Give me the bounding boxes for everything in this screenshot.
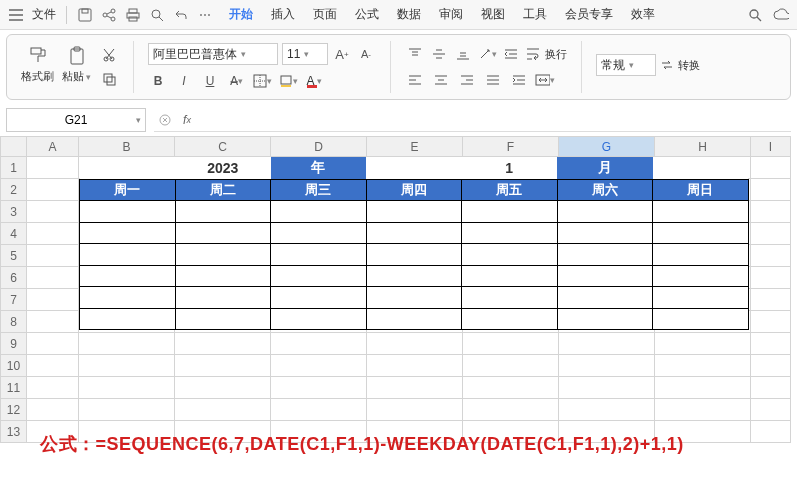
formula-input[interactable] (198, 113, 791, 127)
cell[interactable] (175, 399, 271, 421)
cell[interactable] (463, 377, 559, 399)
cell[interactable] (79, 333, 175, 355)
tab-start[interactable]: 开始 (227, 6, 255, 23)
cell[interactable] (271, 377, 367, 399)
cell[interactable] (80, 157, 176, 179)
increase-font-icon[interactable]: A+ (332, 44, 352, 64)
print-icon[interactable] (125, 7, 141, 23)
justify-icon[interactable] (483, 70, 503, 90)
cell[interactable] (751, 157, 791, 179)
name-box[interactable]: ▾ (6, 108, 146, 132)
cell[interactable] (27, 267, 79, 289)
tab-formula[interactable]: 公式 (353, 6, 381, 23)
cell[interactable] (751, 399, 791, 421)
font-name-combo[interactable]: 阿里巴巴普惠体▾ (148, 43, 278, 65)
bold-button[interactable]: B (148, 71, 168, 91)
col-header[interactable]: E (367, 137, 463, 157)
weekday-header[interactable]: 周三 (271, 179, 367, 201)
border-button[interactable]: ▾ (252, 71, 272, 91)
tab-efficiency[interactable]: 效率 (629, 6, 657, 23)
share-icon[interactable] (101, 7, 117, 23)
cell[interactable] (751, 355, 791, 377)
cell[interactable] (367, 377, 463, 399)
cell[interactable] (463, 355, 559, 377)
cell[interactable] (463, 399, 559, 421)
cell-year[interactable]: 2023 (175, 157, 271, 179)
cell[interactable] (751, 311, 791, 333)
row-header[interactable]: 5 (1, 245, 27, 267)
cell-month-label[interactable]: 月 (557, 157, 653, 179)
cancel-formula-icon[interactable] (154, 109, 176, 131)
align-center-icon[interactable] (431, 70, 451, 90)
cell[interactable] (751, 333, 791, 355)
cell[interactable] (559, 333, 655, 355)
file-menu[interactable]: 文件 (32, 6, 56, 23)
cell[interactable] (751, 289, 791, 311)
cell[interactable] (463, 333, 559, 355)
tab-review[interactable]: 审阅 (437, 6, 465, 23)
col-header[interactable]: D (271, 137, 367, 157)
cut-icon[interactable] (99, 45, 119, 65)
tab-insert[interactable]: 插入 (269, 6, 297, 23)
cell[interactable] (27, 157, 79, 179)
cell[interactable] (79, 399, 175, 421)
tab-page[interactable]: 页面 (311, 6, 339, 23)
cell[interactable] (655, 355, 751, 377)
col-header[interactable]: B (79, 137, 175, 157)
row-header[interactable]: 13 (1, 421, 27, 443)
cell[interactable] (367, 399, 463, 421)
col-header[interactable]: G (559, 137, 655, 157)
col-header[interactable]: C (175, 137, 271, 157)
cell[interactable] (655, 399, 751, 421)
cell-year-label[interactable]: 年 (271, 157, 367, 179)
fill-color-button[interactable]: ▾ (278, 71, 298, 91)
weekday-header[interactable]: 周五 (462, 179, 558, 201)
cell[interactable] (175, 355, 271, 377)
save-icon[interactable] (77, 7, 93, 23)
cell[interactable] (271, 399, 367, 421)
align-middle-icon[interactable] (429, 44, 449, 64)
cell[interactable] (27, 179, 79, 201)
cell-month[interactable]: 1 (462, 157, 558, 179)
cell[interactable] (559, 377, 655, 399)
align-bottom-icon[interactable] (453, 44, 473, 64)
row-header[interactable]: 12 (1, 399, 27, 421)
hamburger-icon[interactable] (8, 7, 24, 23)
number-format-combo[interactable]: 常规▾ (596, 54, 656, 76)
tab-tools[interactable]: 工具 (521, 6, 549, 23)
cell[interactable] (366, 157, 462, 179)
align-right-icon[interactable] (457, 70, 477, 90)
cell[interactable] (27, 399, 79, 421)
tab-view[interactable]: 视图 (479, 6, 507, 23)
format-painter-button[interactable]: 格式刷 (21, 45, 54, 89)
weekday-header[interactable]: 周日 (653, 179, 749, 201)
cell[interactable] (27, 201, 79, 223)
weekday-header[interactable]: 周四 (366, 179, 462, 201)
underline-button[interactable]: U (200, 71, 220, 91)
row-header[interactable]: 4 (1, 223, 27, 245)
cell[interactable] (655, 377, 751, 399)
decrease-font-icon[interactable]: A- (356, 44, 376, 64)
cell[interactable] (271, 333, 367, 355)
copy-icon[interactable] (99, 69, 119, 89)
cell[interactable] (367, 355, 463, 377)
align-left-icon[interactable] (405, 70, 425, 90)
cell[interactable] (367, 333, 463, 355)
merge-button[interactable]: ▾ (535, 70, 555, 90)
preview-icon[interactable] (149, 7, 165, 23)
strikethrough-button[interactable]: A̶▾ (226, 71, 246, 91)
wrap-button[interactable]: 换行 (525, 46, 567, 62)
col-header[interactable]: A (27, 137, 79, 157)
row-header[interactable]: 3 (1, 201, 27, 223)
font-color-button[interactable]: A▾ (304, 71, 324, 91)
cell[interactable] (653, 157, 749, 179)
undo-icon[interactable] (173, 7, 189, 23)
row-header[interactable]: 7 (1, 289, 27, 311)
cell[interactable] (175, 377, 271, 399)
tab-member[interactable]: 会员专享 (563, 6, 615, 23)
cell[interactable] (751, 179, 791, 201)
row-header[interactable]: 2 (1, 179, 27, 201)
row-header[interactable]: 8 (1, 311, 27, 333)
align-top-icon[interactable] (405, 44, 425, 64)
row-header[interactable]: 9 (1, 333, 27, 355)
